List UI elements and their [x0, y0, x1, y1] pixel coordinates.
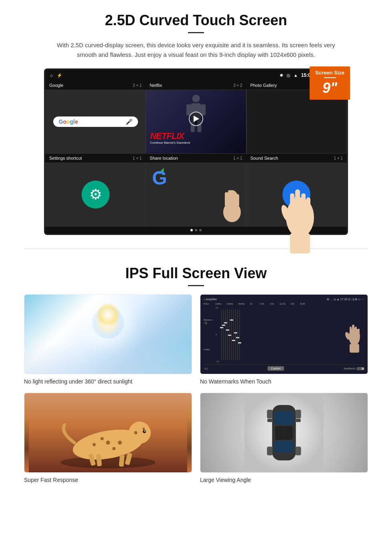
device-wrapper: Screen Size 9" ⌂ ⚡ ✱ ◎ ▲ 15:06 ⊡	[44, 68, 348, 235]
sunlight-visual	[24, 295, 192, 374]
amp-slider-9	[237, 309, 238, 360]
maps-g-logo: G	[152, 167, 167, 189]
amp-freq-label-1: 100hz	[215, 303, 225, 305]
section-curved: 2.5D Curved Touch Screen With 2.5D curve…	[0, 0, 392, 245]
slider-thumb-8	[234, 332, 237, 333]
netflix-cell[interactable]: NETFLIX Continue Marvel's Daredevil	[146, 90, 246, 154]
svg-point-33	[118, 441, 122, 445]
netflix-subtitle: Continue Marvel's Daredevil	[150, 141, 190, 145]
svg-rect-23	[358, 329, 360, 337]
amp-slider-1	[221, 309, 222, 360]
page-container: 2.5D Curved Touch Screen With 2.5D curve…	[0, 0, 392, 491]
dot-1	[190, 229, 193, 231]
maps-size: 1 × 1	[233, 156, 242, 161]
bluetooth-icon: ✱	[280, 73, 283, 78]
svg-point-29	[128, 422, 150, 444]
amp-freq-label-6: 10k	[270, 303, 278, 305]
amp-slider-8	[235, 309, 236, 360]
amp-freq-label-9: SUB	[300, 303, 308, 305]
app-grid-row1: Google 🎤	[45, 90, 347, 154]
svg-point-0	[192, 94, 200, 102]
sun-glow	[92, 307, 124, 339]
sound-label: Sound Search 1 × 1	[246, 154, 347, 163]
status-left: ⌂ ⚡	[50, 73, 62, 78]
car-img	[200, 393, 368, 473]
google-cell[interactable]: Google 🎤	[45, 90, 146, 154]
google-size: 3 × 1	[133, 83, 142, 88]
slider-thumb-7	[232, 340, 235, 341]
hand-icon	[216, 178, 246, 226]
google-mic-icon[interactable]: 🎤	[126, 118, 132, 125]
section1-title: 2.5D Curved Touch Screen	[24, 12, 368, 29]
slider-thumb-2	[222, 325, 225, 326]
amp-sliders	[221, 307, 344, 363]
feature-cheetah: Super Fast Response	[24, 393, 192, 483]
feature-grid: No light reflecting under 360° direct su…	[24, 294, 368, 483]
toggle-thumb	[362, 367, 364, 370]
amp-slider-6	[231, 309, 232, 360]
svg-rect-20	[352, 325, 354, 337]
slider-thumb-3	[224, 322, 227, 323]
amp-title: ⌂ Amplifier	[204, 298, 217, 301]
amp-freq-label-0: 60hz	[204, 303, 214, 305]
amp-freq-label-8: 15k	[290, 303, 298, 305]
device-screen: ⌂ ⚡ ✱ ◎ ▲ 15:06 ⊡ ◁) ⊠ ▭	[44, 68, 348, 235]
slider-thumb-5	[228, 335, 231, 336]
svg-point-34	[92, 443, 96, 446]
slider-thumb-4	[226, 329, 229, 331]
wifi-icon: ▲	[294, 73, 298, 78]
amp-slider-3	[225, 309, 226, 360]
svg-point-31	[112, 447, 116, 450]
maps-name: Share location	[150, 156, 178, 161]
svg-rect-51	[296, 447, 301, 456]
gallery-name: Photo Gallery	[250, 83, 277, 88]
section-divider	[24, 249, 368, 249]
svg-point-42	[144, 431, 146, 432]
svg-point-11	[223, 202, 241, 222]
slider-thumb-1	[220, 327, 223, 328]
badge-underline	[324, 77, 336, 78]
netflix-play-btn[interactable]	[189, 112, 203, 126]
sunlight-label: No light reflecting under 360° direct su…	[24, 378, 192, 385]
scale-10: 10	[216, 307, 220, 309]
svg-rect-52	[267, 419, 272, 422]
google-search-bar[interactable]: Google 🎤	[53, 116, 138, 127]
app-grid-row2: ⚙ G ◢	[45, 163, 347, 227]
usb-icon: ⚡	[57, 73, 62, 78]
maps-cell[interactable]: G ◢	[146, 163, 246, 227]
sound-name: Sound Search	[250, 156, 278, 161]
amp-freq-label-2: 200hz	[227, 303, 237, 305]
car-visual	[200, 393, 368, 472]
settings-name: Settings shortcut	[49, 156, 82, 161]
svg-rect-49	[296, 410, 301, 419]
loudness-toggle[interactable]	[356, 367, 364, 370]
svg-rect-22	[355, 327, 357, 338]
amp-nav-icons: ◁◁	[204, 367, 208, 370]
amp-freq-label-4: 1k	[250, 303, 258, 305]
cheetah-visual	[24, 393, 192, 472]
section2-title: IPS Full Screen View	[24, 265, 368, 282]
svg-point-30	[106, 441, 110, 445]
badge-size: 9"	[315, 79, 344, 96]
maps-label: Share location 1 × 1	[146, 154, 246, 163]
settings-cell[interactable]: ⚙	[45, 163, 146, 227]
app-labels-row1: Google 3 × 1 Netflix 3 × 2 Photo Gallery…	[45, 81, 347, 90]
badge-label: Screen Size	[315, 70, 344, 76]
sound-cell[interactable]: ♪	[246, 163, 347, 227]
loudness-control: loudness	[344, 367, 364, 370]
section-ips: IPS Full Screen View No light reflecting…	[0, 253, 392, 491]
cheetah-img	[24, 393, 192, 473]
sound-search-icon: ♪	[282, 181, 310, 209]
title-underline-1	[188, 32, 204, 33]
loudness-label: loudness	[344, 367, 355, 370]
amp-left-labels: Balance◁) Fader	[204, 307, 215, 363]
pagination-dots	[45, 227, 347, 234]
settings-icon: ⚙	[82, 181, 110, 209]
netflix-label: Netflix 3 × 2	[146, 81, 246, 90]
netflix-size: 3 × 2	[233, 83, 242, 88]
slider-thumb-9	[236, 337, 239, 338]
sunlight-img	[24, 294, 192, 374]
scale-0: 0	[216, 333, 220, 336]
sound-size: 1 × 1	[334, 156, 343, 161]
custom-btn[interactable]: Custom	[268, 366, 284, 371]
